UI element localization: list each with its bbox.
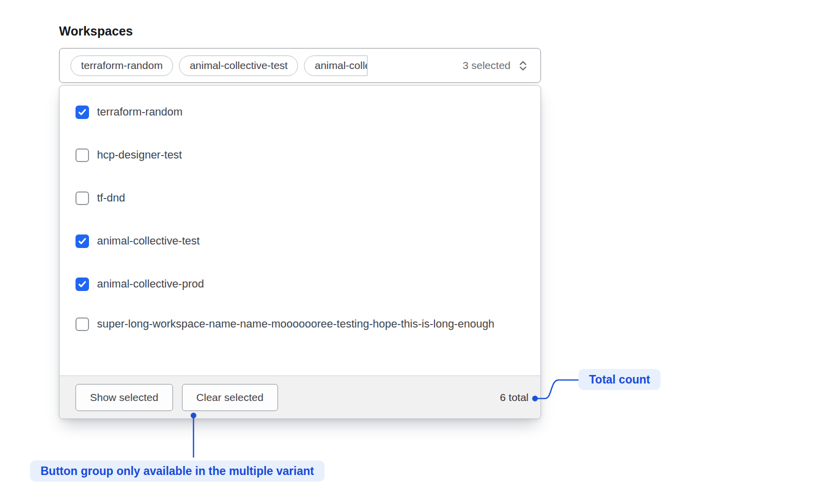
selected-pills-group: terraform-random animal-collective-test … [70,56,368,76]
option-row[interactable]: hcp-designer-test [60,134,540,176]
check-icon [78,280,87,289]
checkbox-checked[interactable] [76,278,89,291]
workspaces-multiselect-trigger[interactable]: terraform-random animal-collective-test … [59,48,541,83]
total-count-annotation: Total count [578,369,660,390]
option-row[interactable]: terraform-random [60,90,540,134]
button-group-annotation: Button group only available in the multi… [30,460,324,482]
checkbox-checked[interactable] [76,234,89,248]
option-label: hcp-designer-test [97,146,182,164]
show-selected-button[interactable]: Show selected [76,384,173,411]
option-label: animal-collective-test [97,232,200,250]
options-list: terraform-random hcp-designer-test tf-dn… [60,86,540,376]
dropdown-footer: Show selected Clear selected 6 total [60,376,540,418]
workspaces-field-label: Workspaces [59,24,133,38]
option-row[interactable]: animal-collective-test [60,220,540,262]
checkbox-unchecked[interactable] [76,318,89,331]
option-row[interactable]: tf-dnd [60,176,540,220]
screenshot-canvas: Workspaces terraform-random animal-colle… [0,0,836,504]
chevrons-up-down-icon [516,59,530,72]
check-icon [78,108,87,117]
option-row[interactable]: super-long-workspace-name-name-moooooore… [60,314,540,334]
total-count-label: 6 total [500,392,528,404]
option-row[interactable]: animal-collective-prod [60,262,540,306]
option-label: super-long-workspace-name-name-moooooore… [97,314,494,334]
selected-count-label: 3 selected [462,60,510,72]
check-icon [78,236,87,246]
checkbox-unchecked[interactable] [76,148,89,162]
selected-pill: animal-collective-test [179,56,298,76]
option-label: terraform-random [97,102,182,122]
checkbox-checked[interactable] [76,106,89,119]
clear-selected-button[interactable]: Clear selected [182,384,278,411]
dropdown-panel: terraform-random hcp-designer-test tf-dn… [59,85,541,419]
selected-pill-truncated: animal-collective-prod [304,56,368,76]
option-label: animal-collective-prod [97,274,204,294]
checkbox-unchecked[interactable] [76,192,89,205]
option-label: tf-dnd [97,188,125,208]
selected-pill: terraform-random [70,56,173,76]
